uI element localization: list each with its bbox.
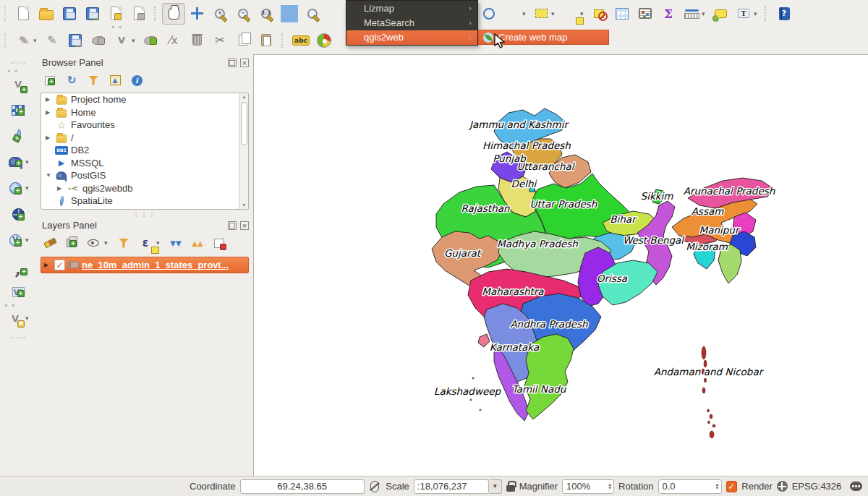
composer-manager-button[interactable]	[127, 3, 150, 25]
filter-browser-button[interactable]	[84, 72, 103, 89]
browser-item--[interactable]: ▶/	[41, 132, 248, 145]
save-layer-edits-button[interactable]	[64, 30, 87, 51]
expand-all-button[interactable]: ▼▼	[166, 234, 185, 252]
add-feature-button[interactable]	[87, 30, 110, 51]
menu-item-lizmap[interactable]: Lizmap›	[346, 1, 477, 15]
map-tips-button[interactable]	[709, 3, 732, 25]
browser-item-db2[interactable]: DB2DB2	[41, 144, 248, 157]
messages-icon[interactable]	[850, 482, 862, 491]
browser-item-qgis2webdb[interactable]: ▶-<qgis2webdb	[41, 182, 248, 195]
manage-layer-visibility-button[interactable]	[84, 234, 103, 252]
tree-expander-icon[interactable]: ▼	[46, 172, 55, 179]
refresh-browser-button[interactable]: ↻	[62, 72, 81, 89]
add-delimited-text-layer-button[interactable]: ,+	[7, 255, 30, 277]
filter-legend-button[interactable]	[114, 234, 133, 252]
copy-features-button[interactable]	[231, 30, 255, 51]
scale-combo[interactable]: ▼	[414, 479, 502, 494]
run-feature-action-button[interactable]	[501, 3, 524, 25]
add-wfs-layer-button[interactable]: V+	[4, 229, 27, 251]
add-selected-layers-button[interactable]: +	[41, 72, 59, 89]
create-web-map-item[interactable]: Create web map	[498, 32, 567, 43]
browser-item-postgis[interactable]: ▼PostGIS	[41, 169, 248, 182]
paste-features-button[interactable]	[255, 30, 278, 51]
modify-attributes-button[interactable]: ⁄x	[162, 30, 185, 51]
add-spatialite-layer-button[interactable]: +	[7, 125, 30, 147]
tree-expander-icon[interactable]: ▶	[46, 96, 55, 103]
crs-globe-icon[interactable]	[777, 481, 788, 492]
scale-input[interactable]	[414, 479, 489, 494]
tree-expander-icon[interactable]: ▶	[57, 185, 67, 192]
new-project-button[interactable]	[12, 3, 35, 25]
rotation-input[interactable]	[658, 479, 722, 494]
pan-to-selection-button[interactable]	[185, 3, 208, 25]
select-by-expression-button[interactable]	[558, 3, 582, 25]
add-postgis-layer-button[interactable]: +	[4, 151, 27, 173]
zoom-full-button[interactable]	[278, 3, 301, 25]
scale-dropdown-icon[interactable]: ▼	[489, 479, 502, 494]
toolbar-grip[interactable]	[11, 62, 25, 67]
layers-panel-close-button[interactable]: ×	[240, 221, 249, 230]
new-print-composer-button[interactable]	[104, 3, 127, 25]
zoom-to-selection-button[interactable]	[301, 3, 324, 25]
select-features-button[interactable]	[529, 3, 553, 25]
identify-features-button[interactable]	[477, 3, 501, 25]
filter-legend-by-expression-dropdown-icon[interactable]: ▾	[156, 239, 163, 247]
add-group-button[interactable]: +	[62, 234, 81, 252]
toggle-editing-button[interactable]: ✎	[41, 30, 64, 51]
tree-expander-icon[interactable]: ▶	[46, 109, 55, 116]
text-annotation-button[interactable]: T	[732, 3, 755, 25]
node-tool-button[interactable]: V	[110, 30, 133, 51]
magnifier-spinbox[interactable]: ▲▼	[562, 479, 614, 494]
current-edits-button[interactable]: ✎	[12, 30, 35, 51]
scrollbar-thumb[interactable]	[241, 102, 247, 145]
browser-item-spatialite[interactable]: SpatiaLite	[41, 194, 248, 208]
save-project-as-button[interactable]	[81, 3, 104, 25]
map-canvas[interactable]: Jammu and KashmirHimachal PradeshPunjabU…	[253, 54, 868, 476]
toolbar-grip[interactable]	[4, 33, 9, 48]
pan-map-button[interactable]	[162, 3, 185, 25]
panel-splitter[interactable]: ⋮⋮⋮	[36, 211, 253, 217]
delete-selected-button[interactable]	[185, 30, 208, 51]
open-project-button[interactable]	[35, 3, 58, 25]
browser-scrollbar[interactable]: ▲ ▼	[239, 93, 248, 209]
save-project-button[interactable]	[58, 3, 81, 25]
zoom-native-button[interactable]: 1:1	[255, 3, 278, 25]
rotation-spin-arrows[interactable]: ▲▼	[715, 483, 720, 490]
open-layer-styling-dock-button[interactable]	[41, 234, 59, 252]
layer-expander-icon[interactable]: ▶	[44, 262, 54, 268]
magnifier-input[interactable]	[562, 479, 614, 494]
browser-item-home[interactable]: ▶Home	[41, 106, 248, 119]
toolbar-grip[interactable]	[11, 337, 25, 341]
coordinate-input[interactable]	[240, 479, 365, 494]
collapse-all-browser-button[interactable]: ▲	[106, 72, 124, 89]
move-feature-button[interactable]	[139, 30, 162, 51]
layers-panel-float-button[interactable]	[228, 221, 237, 230]
zoom-out-button[interactable]: −	[231, 3, 255, 25]
statistical-summary-button[interactable]: Σ	[657, 3, 680, 25]
scroll-up-icon[interactable]: ▲	[241, 93, 247, 101]
add-vector-layer-button[interactable]: V+	[7, 73, 30, 95]
layer-item-selected[interactable]: ▶ ✓ ne_10m_admin_1_states_provi...	[41, 257, 249, 273]
browser-panel-float-button[interactable]	[228, 59, 237, 67]
cut-features-button[interactable]: ✂	[208, 30, 231, 51]
filter-legend-by-expression-button[interactable]: ε	[136, 234, 155, 252]
add-wcs-layer-button[interactable]: +	[7, 203, 30, 225]
deselect-all-button[interactable]	[587, 3, 610, 25]
toolbar-grip[interactable]	[4, 7, 9, 21]
layer-visibility-checkbox[interactable]: ✓	[54, 260, 65, 270]
field-calculator-button[interactable]	[634, 3, 657, 25]
menu-item-metasearch[interactable]: MetaSearch›	[346, 15, 477, 30]
collapse-all-button[interactable]: ▲▲	[188, 234, 207, 252]
browser-panel-close-button[interactable]: ×	[240, 59, 249, 67]
menu-item-qgis2web[interactable]: qgis2web›	[346, 30, 477, 45]
layer-labeling-button[interactable]: abc	[289, 30, 312, 51]
browser-item-project-home[interactable]: ▶Project home	[41, 93, 248, 106]
add-raster-layer-button[interactable]: +	[7, 99, 30, 121]
add-wms-layer-button[interactable]: +	[4, 177, 27, 199]
remove-layer-group-button[interactable]	[210, 234, 229, 252]
browser-item-favourites[interactable]: ☆Favourites	[41, 119, 248, 132]
render-checkbox[interactable]: ✓	[726, 481, 738, 492]
new-virtual-layer-button[interactable]: V✱	[4, 307, 27, 329]
tree-expander-icon[interactable]: ▶	[46, 134, 55, 141]
zoom-in-button[interactable]: +	[208, 3, 231, 25]
